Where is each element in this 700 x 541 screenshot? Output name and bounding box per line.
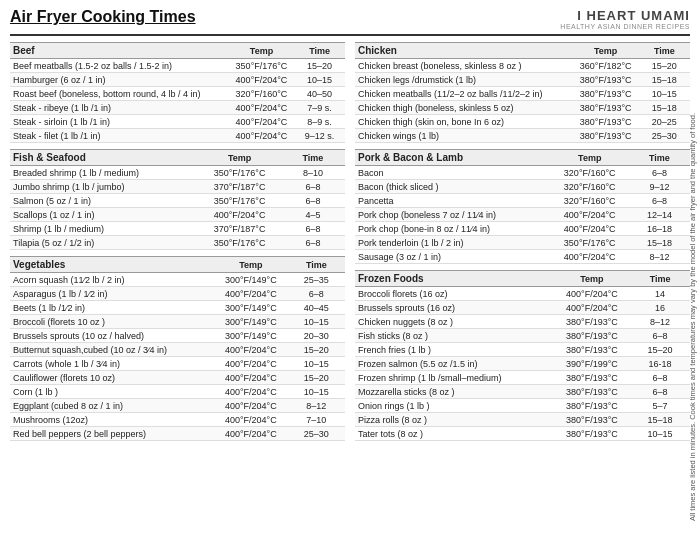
item-name: Butternut squash,cubed (10 oz / 3⁄4 in) bbox=[10, 343, 214, 357]
item-name: Beef meatballs (1.5-2 oz balls / 1.5-2 i… bbox=[10, 59, 229, 73]
item-time: 6–8 bbox=[281, 194, 345, 208]
item-name: Roast beef (boneless, bottom round, 4 lb… bbox=[10, 87, 229, 101]
item-time: 15–18 bbox=[630, 413, 690, 427]
table-row: Tilapia (5 oz / 1/2 in)350°F/176°C6–8 bbox=[10, 236, 345, 250]
header: Air Fryer Cooking Times I HEART UMAMI HE… bbox=[10, 8, 690, 36]
item-temp: 400°F/204°C bbox=[229, 73, 294, 87]
item-name: Bacon bbox=[355, 166, 551, 180]
item-time: 20–30 bbox=[288, 329, 345, 343]
item-time: 20–25 bbox=[639, 115, 690, 129]
item-name: Broccoli florets (16 oz) bbox=[355, 287, 554, 301]
item-name: Bacon (thick sliced ) bbox=[355, 180, 551, 194]
left-column: Beef Temp Time Beef meatballs (1.5-2 oz … bbox=[10, 42, 345, 447]
item-name: Steak - filet (1 lb /1 in) bbox=[10, 129, 229, 143]
item-time: 9–12 bbox=[629, 180, 690, 194]
table-row: Pizza rolls (8 oz )380°F/193°C15–18 bbox=[355, 413, 690, 427]
item-name: Sausage (3 oz / 1 in) bbox=[355, 250, 551, 264]
item-temp: 350°F/176°C bbox=[198, 166, 280, 180]
item-time: 10–15 bbox=[288, 357, 345, 371]
item-temp: 350°F/176°C bbox=[551, 236, 629, 250]
table-row: Bacon (thick sliced )320°F/160°C9–12 bbox=[355, 180, 690, 194]
item-name: Breaded shrimp (1 lb / medium) bbox=[10, 166, 198, 180]
item-name: Asparagus (1 lb / 1⁄2 in) bbox=[10, 287, 214, 301]
table-row: Eggplant (cubed 8 oz / 1 in)400°F/204°C8… bbox=[10, 399, 345, 413]
table-row: Scallops (1 oz / 1 in)400°F/204°C4–5 bbox=[10, 208, 345, 222]
item-time: 10–15 bbox=[288, 385, 345, 399]
table-row: Chicken thigh (skin on, bone In 6 oz)380… bbox=[355, 115, 690, 129]
item-name: Steak - sirloin (1 lb /1 in) bbox=[10, 115, 229, 129]
table-row: Carrots (whole 1 lb / 3⁄4 in)400°F/204°C… bbox=[10, 357, 345, 371]
item-time: 6–8 bbox=[630, 371, 690, 385]
brand-name: I HEART UMAMI bbox=[560, 8, 690, 23]
item-temp: 400°F/204°C bbox=[229, 101, 294, 115]
item-time: 25–30 bbox=[288, 427, 345, 441]
item-name: Pork chop (boneless 7 oz / 11⁄4 in) bbox=[355, 208, 551, 222]
item-name: French fries (1 lb ) bbox=[355, 343, 554, 357]
item-name: Tilapia (5 oz / 1/2 in) bbox=[10, 236, 198, 250]
item-name: Chicken thigh (boneless, skinless 5 oz) bbox=[355, 101, 573, 115]
item-name: Jumbo shrimp (1 lb / jumbo) bbox=[10, 180, 198, 194]
item-temp: 400°F/204°C bbox=[214, 385, 288, 399]
table-row: Chicken meatballs (11/2–2 oz balls /11/2… bbox=[355, 87, 690, 101]
table-row: Chicken breast (boneless, skinless 8 oz … bbox=[355, 59, 690, 73]
item-time: 10–15 bbox=[288, 315, 345, 329]
table-row: Onion rings (1 lb )380°F/193°C5–7 bbox=[355, 399, 690, 413]
section-beef: Beef Temp Time Beef meatballs (1.5-2 oz … bbox=[10, 42, 345, 143]
item-temp: 320°F/160°C bbox=[551, 180, 629, 194]
item-time: 5–7 bbox=[630, 399, 690, 413]
table-row: Tater tots (8 oz )380°F/193°C10–15 bbox=[355, 427, 690, 441]
item-temp: 300°F/149°C bbox=[214, 315, 288, 329]
item-temp: 320°F/160°C bbox=[551, 194, 629, 208]
item-temp: 360°F/182°C bbox=[573, 59, 639, 73]
section-vegetables: Vegetables Temp Time Acorn squash (11⁄2 … bbox=[10, 256, 345, 441]
table-row: Brussels sprouts (16 oz)400°F/204°C16 bbox=[355, 301, 690, 315]
item-temp: 400°F/204°C bbox=[551, 250, 629, 264]
item-time: 15–18 bbox=[639, 101, 690, 115]
item-time: 10–15 bbox=[630, 427, 690, 441]
section-frozen: Frozen Foods Temp Time Broccoli florets … bbox=[355, 270, 690, 441]
item-name: Brussels sprouts (10 oz / halved) bbox=[10, 329, 214, 343]
table-row: Steak - filet (1 lb /1 in)400°F/204°C9–1… bbox=[10, 129, 345, 143]
item-temp: 400°F/204°C bbox=[554, 301, 631, 315]
table-row: Chicken thigh (boneless, skinless 5 oz)3… bbox=[355, 101, 690, 115]
item-temp: 380°F/193°C bbox=[573, 73, 639, 87]
item-temp: 380°F/193°C bbox=[573, 87, 639, 101]
item-time: 15–20 bbox=[639, 59, 690, 73]
table-row: Fish sticks (8 oz )380°F/193°C6–8 bbox=[355, 329, 690, 343]
item-name: Red bell peppers (2 bell peppers) bbox=[10, 427, 214, 441]
item-time: 8–9 s. bbox=[294, 115, 345, 129]
table-row: Roast beef (boneless, bottom round, 4 lb… bbox=[10, 87, 345, 101]
item-temp: 380°F/193°C bbox=[554, 343, 631, 357]
item-temp: 380°F/193°C bbox=[554, 385, 631, 399]
section-fish: Fish & Seafood Temp Time Breaded shrimp … bbox=[10, 149, 345, 250]
item-temp: 320°F/160°C bbox=[551, 166, 629, 180]
item-temp: 350°F/176°C bbox=[229, 59, 294, 73]
item-temp: 380°F/193°C bbox=[554, 329, 631, 343]
table-row: Acorn squash (11⁄2 lb / 2 in)300°F/149°C… bbox=[10, 273, 345, 287]
table-row: Steak - ribeye (1 lb /1 in)400°F/204°C7–… bbox=[10, 101, 345, 115]
item-name: Cauliflower (florets 10 oz) bbox=[10, 371, 214, 385]
table-row: Chicken legs /drumstick (1 lb)380°F/193°… bbox=[355, 73, 690, 87]
item-temp: 400°F/204°C bbox=[214, 371, 288, 385]
item-time: 6–8 bbox=[281, 236, 345, 250]
item-time: 12–14 bbox=[629, 208, 690, 222]
item-temp: 400°F/204°C bbox=[229, 129, 294, 143]
table-row: Red bell peppers (2 bell peppers)400°F/2… bbox=[10, 427, 345, 441]
item-name: Carrots (whole 1 lb / 3⁄4 in) bbox=[10, 357, 214, 371]
item-name: Hamburger (6 oz / 1 in) bbox=[10, 73, 229, 87]
table-row: Mushrooms (12oz)400°F/204°C7–10 bbox=[10, 413, 345, 427]
item-temp: 390°F/199°C bbox=[554, 357, 631, 371]
item-name: Pork chop (bone-in 8 oz / 11⁄4 in) bbox=[355, 222, 551, 236]
item-name: Pancetta bbox=[355, 194, 551, 208]
table-row: Broccoli (florets 10 oz )300°F/149°C10–1… bbox=[10, 315, 345, 329]
item-time: 6–8 bbox=[629, 194, 690, 208]
item-name: Brussels sprouts (16 oz) bbox=[355, 301, 554, 315]
right-column: Chicken Temp Time Chicken breast (bonele… bbox=[355, 42, 690, 447]
item-temp: 400°F/204°C bbox=[229, 115, 294, 129]
table-row: Mozzarella sticks (8 oz )380°F/193°C6–8 bbox=[355, 385, 690, 399]
item-temp: 380°F/193°C bbox=[554, 315, 631, 329]
item-time: 15–20 bbox=[294, 59, 345, 73]
item-name: Chicken breast (boneless, skinless 8 oz … bbox=[355, 59, 573, 73]
item-temp: 400°F/204°C bbox=[551, 208, 629, 222]
item-temp: 380°F/193°C bbox=[573, 129, 639, 143]
